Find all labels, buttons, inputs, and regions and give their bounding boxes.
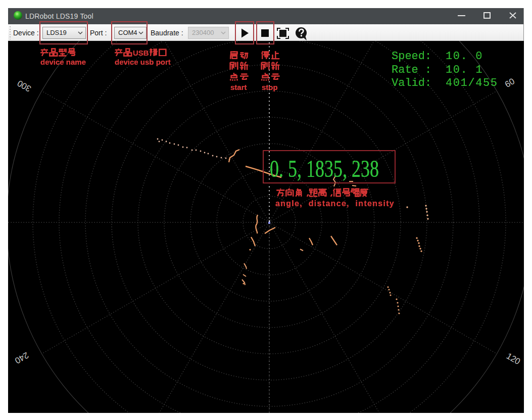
svg-text:Rate :: Rate : xyxy=(392,64,431,76)
svg-text:stop: stop xyxy=(262,83,278,91)
svg-text:10. 1: 10. 1 xyxy=(446,64,483,76)
svg-text:start: start xyxy=(230,83,247,91)
svg-text:angle, distance, intensity: angle, distance, intensity xyxy=(275,199,395,208)
svg-text:USB: USB xyxy=(133,49,149,57)
svg-text:Speed:: Speed: xyxy=(392,50,431,63)
svg-text:device usb port: device usb port xyxy=(115,58,171,66)
svg-text:300: 300 xyxy=(16,78,33,94)
svg-text:0. 5, 1835, 238: 0. 5, 1835, 238 xyxy=(270,155,379,182)
svg-text:120: 120 xyxy=(505,351,522,367)
svg-text:240: 240 xyxy=(13,350,30,366)
svg-text:Valid:: Valid: xyxy=(392,77,431,89)
svg-text:60: 60 xyxy=(503,76,516,89)
svg-text:device name: device name xyxy=(40,58,86,66)
svg-text:401/455: 401/455 xyxy=(446,77,498,89)
svg-text:10. 0: 10. 0 xyxy=(446,50,483,63)
